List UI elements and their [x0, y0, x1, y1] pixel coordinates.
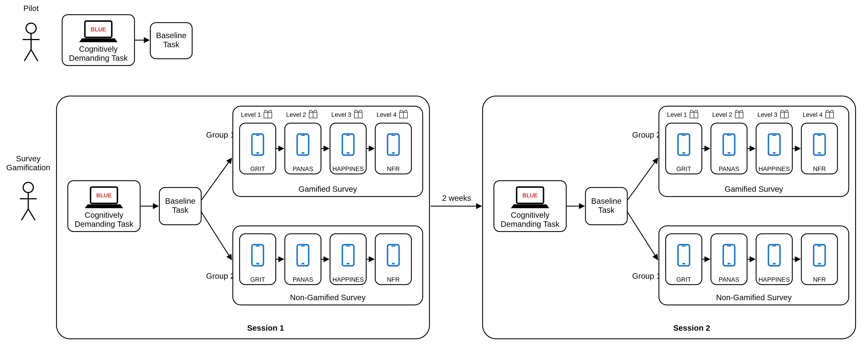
s1-gamified: Level 1Level 2Level 3Level 4GRITPANASHAP…	[233, 106, 423, 196]
s1-title: Session 1	[247, 323, 284, 332]
s2-level-3: Level 4	[803, 111, 823, 118]
s1-nongamified-survey-3: NFR	[387, 276, 400, 283]
s2-gamified: Level 1Level 2Level 3Level 4GRITPANASHAP…	[659, 106, 849, 196]
s2-level-1: Level 2	[712, 111, 733, 118]
pilot-cognitive-task: BLUECognitivelyDemanding Task	[62, 15, 134, 65]
s2-gamified-title: Gamified Survey	[725, 185, 783, 193]
s1-level-1: Level 2	[286, 111, 306, 118]
s1-gamified-survey-1: PANAS	[292, 165, 313, 172]
s2-nongamified-survey-1: PANAS	[719, 276, 739, 283]
s2-nongamified-title: Non-Gamified Survey	[716, 293, 792, 302]
s2-gamified-survey-0: GRIT	[676, 165, 691, 172]
s2-group-top: Group 2	[632, 130, 661, 139]
s2-nongamified-survey-3: NFR	[813, 276, 826, 283]
s2-nongamified-survey-0: GRIT	[676, 276, 691, 283]
s2-level-0: Level 1	[667, 111, 687, 118]
s1-level-2: Level 3	[331, 111, 351, 118]
s1: Session 1BLUECognitivelyDemanding TaskBa…	[57, 96, 430, 339]
s2-nongamified-survey-2: HAPPINES	[758, 276, 790, 283]
s2-title: Session 2	[673, 323, 710, 332]
s2-nongamified: GRITPANASHAPPINESNFRNon-Gamified Survey	[659, 226, 849, 305]
between-sessions-label: 2 weeks	[442, 194, 471, 202]
s1-gamified-survey-3: NFR	[387, 165, 400, 172]
s1-nongamified-title: Non-Gamified Survey	[290, 293, 366, 302]
s2-gamified-survey-3: NFR	[813, 165, 826, 172]
s1-nongamified-survey-0: GRIT	[250, 276, 265, 283]
s2-cognitive-screen: BLUE	[522, 192, 538, 199]
s2-level-2: Level 3	[757, 111, 778, 118]
s1-nongamified-survey-2: HAPPINES	[332, 276, 364, 283]
s1-gamified-survey-0: GRIT	[250, 165, 265, 172]
s1-nongamified: GRITPANASHAPPINESNFRNon-Gamified Survey	[233, 226, 423, 305]
s1-gamified-survey-2: HAPPINES	[332, 165, 364, 172]
s2-gamified-survey-1: PANAS	[719, 165, 739, 172]
s2-group-bottom: Group 1	[632, 271, 661, 280]
s2: Session 2BLUECognitivelyDemanding TaskBa…	[483, 96, 856, 339]
s1-group-top: Group 1	[206, 130, 235, 139]
s2-gamified-survey-2: HAPPINES	[758, 165, 790, 172]
s1-gamified-title: Gamified Survey	[299, 185, 357, 193]
pilot-cognitive-screen: BLUE	[91, 26, 106, 33]
pilot-label: Pilot	[23, 4, 39, 13]
pilot-person-icon	[23, 23, 39, 61]
s1-level-3: Level 4	[377, 111, 397, 118]
survey-gamification-label: SurveyGamification	[6, 154, 51, 172]
survey-person-icon	[20, 183, 37, 221]
s1-group-bottom: Group 2	[206, 271, 235, 280]
s1-cognitive-screen: BLUE	[96, 192, 112, 199]
s1-level-0: Level 1	[241, 111, 261, 118]
s1-nongamified-survey-1: PANAS	[292, 276, 313, 283]
